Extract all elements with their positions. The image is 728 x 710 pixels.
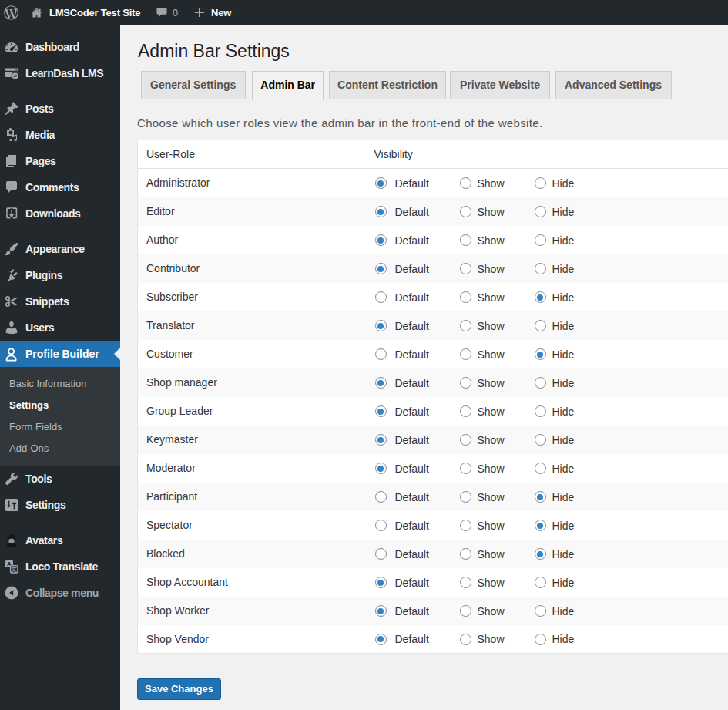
svg-text:文: 文 [11, 566, 18, 573]
